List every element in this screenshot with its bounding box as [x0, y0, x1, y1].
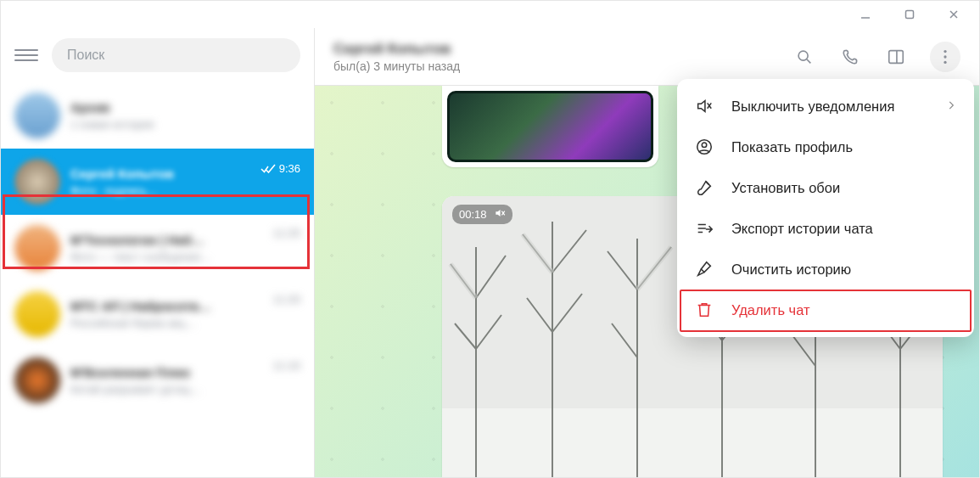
- svg-point-1: [798, 51, 808, 60]
- svg-rect-7: [442, 408, 943, 477]
- svg-point-9: [702, 143, 707, 148]
- chat-options-dropdown: Выключить уведомления Показать профиль: [677, 79, 974, 337]
- trash-icon: [694, 300, 714, 320]
- muted-icon: [494, 207, 506, 222]
- window-close-button[interactable]: [942, 3, 966, 26]
- menu-item-label: Установить обои: [731, 180, 840, 196]
- chat-area: Сергей Копытов был(а) 3 минуты назад: [315, 28, 979, 477]
- menu-burger-button[interactable]: [14, 43, 38, 67]
- svg-rect-2: [889, 50, 904, 63]
- menu-export-history[interactable]: Экспорт истории чата: [677, 208, 974, 249]
- search-input-container[interactable]: [52, 38, 300, 72]
- image-thumbnail: [447, 91, 653, 162]
- sidebar-toggle-button[interactable]: [884, 45, 908, 69]
- call-button[interactable]: [838, 45, 862, 69]
- chat-list-item[interactable]: М'Технологии | Наб…Фото — текст сообщени…: [1, 215, 314, 281]
- video-duration: 00:18: [459, 208, 487, 221]
- window-maximize-button[interactable]: [898, 3, 921, 26]
- search-input[interactable]: [67, 48, 285, 63]
- chat-header-status: был(а) 3 минуты назад: [333, 59, 792, 73]
- menu-item-label: Выключить уведомления: [731, 98, 894, 115]
- chat-list: Архив1 новая история Сергей Копытов Фото…: [1, 82, 314, 477]
- search-in-chat-button[interactable]: [792, 45, 816, 69]
- chat-list-item[interactable]: МТС АП | Набросотв…Российская биржа акц……: [1, 281, 314, 347]
- svg-point-3: [944, 49, 946, 52]
- window-titlebar: [1, 1, 979, 28]
- chat-header-name: Сергей Копытов: [333, 41, 792, 58]
- svg-point-4: [944, 55, 946, 58]
- menu-item-label: Очистить историю: [731, 261, 851, 278]
- broom-icon: [694, 259, 714, 279]
- profile-icon: [694, 137, 714, 157]
- chat-item-preview: Фото · подпись…: [70, 184, 250, 197]
- message-image-bubble[interactable]: [442, 86, 658, 167]
- menu-item-label: Экспорт истории чата: [731, 221, 873, 237]
- more-options-button[interactable]: [930, 42, 960, 72]
- mute-icon: [694, 96, 714, 116]
- menu-item-label: Показать профиль: [731, 139, 853, 155]
- menu-clear-history[interactable]: Очистить историю: [677, 249, 974, 290]
- chat-list-item[interactable]: М'Вселенная ПлюсКитай разрывает дотац… 1…: [1, 347, 314, 413]
- svg-rect-0: [906, 11, 914, 19]
- menu-mute-notifications[interactable]: Выключить уведомления: [677, 86, 974, 127]
- svg-point-5: [944, 60, 946, 63]
- menu-item-label: Удалить чат: [731, 302, 810, 318]
- chat-list-item[interactable]: Архив1 новая история: [1, 82, 314, 149]
- sidebar: Архив1 новая история Сергей Копытов Фото…: [1, 28, 315, 477]
- menu-delete-chat[interactable]: Удалить чат: [677, 290, 974, 330]
- menu-show-profile[interactable]: Показать профиль: [677, 127, 974, 167]
- brush-icon: [694, 177, 714, 198]
- chevron-right-icon: [945, 98, 957, 115]
- window-minimize-button[interactable]: [854, 3, 877, 26]
- chat-item-title: Сергей Копытов: [70, 166, 250, 181]
- read-checks-icon: [260, 163, 276, 175]
- export-icon: [694, 218, 714, 239]
- chat-header: Сергей Копытов был(а) 3 минуты назад: [315, 28, 979, 86]
- chat-item-time: 9:36: [279, 162, 300, 175]
- chat-list-item-selected[interactable]: Сергей Копытов Фото · подпись… 9:36: [1, 149, 314, 215]
- menu-set-wallpaper[interactable]: Установить обои: [677, 167, 974, 208]
